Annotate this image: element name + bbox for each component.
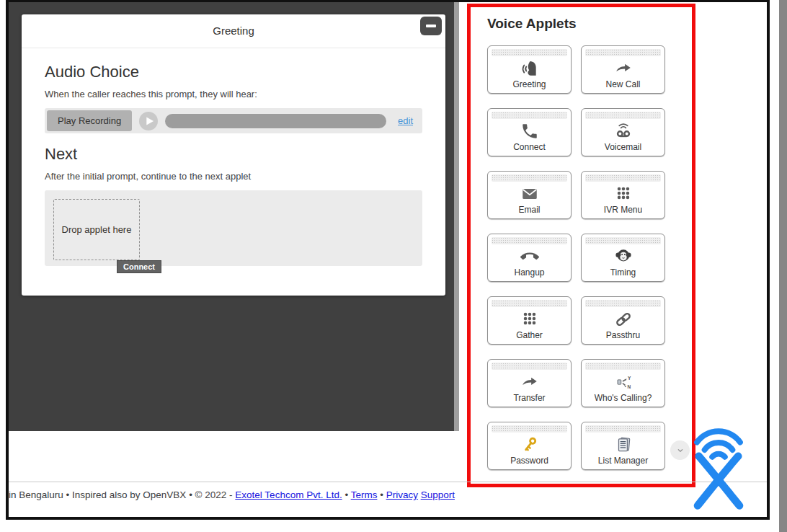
footer: in Bengaluru • Inspired also by OpenVBX … bbox=[9, 489, 729, 500]
applet-tile-hangup[interactable]: Hangup bbox=[487, 234, 572, 282]
applet-label: Gather bbox=[488, 331, 571, 344]
connect-icon bbox=[488, 119, 571, 143]
drag-grip bbox=[585, 112, 661, 119]
footer-link-privacy[interactable]: Privacy bbox=[386, 489, 418, 500]
applet-label: New Call bbox=[582, 80, 664, 93]
applet-label: Timing bbox=[582, 268, 664, 281]
svg-text:Y: Y bbox=[628, 376, 631, 381]
footer-link-terms[interactable]: Terms bbox=[351, 489, 378, 500]
hangup-icon bbox=[488, 244, 571, 268]
drag-grip bbox=[492, 237, 567, 244]
applet-tile-timing[interactable]: Timing bbox=[581, 234, 665, 282]
whos-calling-icon: YN bbox=[582, 370, 664, 394]
drag-grip bbox=[585, 237, 661, 244]
drag-grip bbox=[492, 112, 567, 119]
applet-label: Transfer bbox=[488, 394, 571, 407]
greeting-icon bbox=[488, 56, 571, 80]
next-applet-dropzone[interactable]: Drop applet here Connect bbox=[45, 190, 422, 266]
footer-separator: • bbox=[377, 489, 386, 500]
applet-label: Voicemail bbox=[582, 143, 664, 156]
drag-grip bbox=[585, 363, 661, 370]
drag-grip bbox=[585, 174, 661, 182]
drag-tooltip: Connect bbox=[117, 260, 161, 273]
drag-grip bbox=[585, 49, 661, 56]
drag-grip bbox=[585, 425, 661, 433]
footer-separator: • bbox=[342, 489, 351, 500]
applet-tile-ivr-menu[interactable]: IVR Menu bbox=[581, 171, 665, 219]
applet-tile-greeting[interactable]: Greeting bbox=[487, 45, 572, 94]
next-heading: Next bbox=[45, 145, 422, 164]
drag-grip bbox=[492, 363, 567, 370]
drag-grip bbox=[492, 174, 567, 182]
applet-label: IVR Menu bbox=[582, 205, 664, 218]
voicemail-icon bbox=[582, 119, 664, 143]
card-body: Audio Choice When the caller reaches thi… bbox=[22, 48, 445, 266]
applet-tile-list-manager[interactable]: List Manager bbox=[581, 422, 665, 470]
applet-tile-new-call[interactable]: New Call bbox=[581, 45, 665, 94]
footer-text: in Bengaluru • Inspired also by OpenVBX … bbox=[9, 489, 235, 500]
footer-link-support[interactable]: Support bbox=[421, 489, 455, 500]
edit-link[interactable]: edit bbox=[398, 115, 413, 126]
audio-choice-description: When the caller reaches this prompt, the… bbox=[45, 89, 422, 99]
chevron-down-icon bbox=[675, 445, 686, 456]
password-icon bbox=[488, 433, 571, 456]
applet-tile-gather[interactable]: Gather bbox=[487, 296, 572, 345]
play-icon[interactable] bbox=[139, 112, 158, 130]
applet-label: Who's Calling? bbox=[582, 394, 664, 407]
passthru-icon bbox=[582, 307, 664, 331]
email-icon bbox=[488, 182, 571, 205]
greeting-applet-card: Greeting Audio Choice When the caller re… bbox=[22, 14, 445, 296]
gather-icon bbox=[488, 307, 571, 331]
new-call-icon bbox=[582, 56, 664, 80]
openvbx-flow-editor: Greeting Audio Choice When the caller re… bbox=[0, 0, 787, 532]
next-description: After the initial prompt, continue to th… bbox=[45, 171, 422, 182]
card-header: Greeting bbox=[22, 14, 445, 48]
play-recording-button[interactable]: Play Recording bbox=[47, 110, 132, 131]
timing-icon bbox=[582, 244, 664, 268]
applet-tile-grid: GreetingNew CallConnectVoicemailEmailIVR… bbox=[487, 45, 665, 470]
applet-tile-passthru[interactable]: Passthru bbox=[581, 296, 665, 345]
ivr-menu-icon bbox=[582, 182, 664, 205]
applet-label: Connect bbox=[488, 143, 571, 156]
voice-applets-title: Voice Applets bbox=[487, 16, 577, 32]
applet-label: List Manager bbox=[582, 456, 664, 469]
svg-text:N: N bbox=[627, 384, 631, 389]
footer-divider bbox=[9, 482, 767, 482]
applet-label: Greeting bbox=[488, 80, 571, 93]
applet-tile-password[interactable]: Password bbox=[487, 422, 572, 470]
drag-grip bbox=[585, 300, 661, 307]
applet-tile-email[interactable]: Email bbox=[487, 171, 572, 219]
drag-grip bbox=[492, 49, 567, 56]
window-scrollbar[interactable] bbox=[779, 0, 787, 532]
canvas-scrollbar[interactable] bbox=[454, 2, 459, 431]
drag-grip bbox=[492, 425, 567, 433]
audio-choice-heading: Audio Choice bbox=[45, 63, 422, 81]
applet-tile-who-s-calling[interactable]: YNWho's Calling? bbox=[581, 359, 665, 407]
audio-player: Play Recording edit bbox=[45, 108, 422, 133]
applet-label: Password bbox=[488, 456, 571, 469]
exotel-logo bbox=[687, 412, 750, 510]
minimize-button[interactable] bbox=[420, 17, 442, 35]
applet-label: Hangup bbox=[488, 268, 571, 281]
minus-icon bbox=[426, 25, 436, 27]
applet-label: Passthru bbox=[582, 331, 664, 344]
applet-tile-connect[interactable]: Connect bbox=[487, 108, 572, 156]
drag-grip bbox=[492, 300, 567, 307]
transfer-icon bbox=[488, 370, 571, 394]
card-title: Greeting bbox=[22, 14, 445, 48]
drop-applet-target[interactable]: Drop applet here bbox=[53, 199, 140, 260]
applet-label: Email bbox=[488, 205, 571, 218]
applet-tile-transfer[interactable]: Transfer bbox=[487, 359, 572, 407]
list-manager-icon bbox=[582, 433, 664, 456]
applet-tile-voicemail[interactable]: Voicemail bbox=[581, 108, 665, 156]
audio-progress-bar[interactable] bbox=[165, 114, 386, 128]
footer-link-company[interactable]: Exotel Techcom Pvt. Ltd. bbox=[235, 489, 342, 500]
voice-applets-panel: Voice Applets GreetingNew CallConnectVoi… bbox=[467, 4, 695, 487]
